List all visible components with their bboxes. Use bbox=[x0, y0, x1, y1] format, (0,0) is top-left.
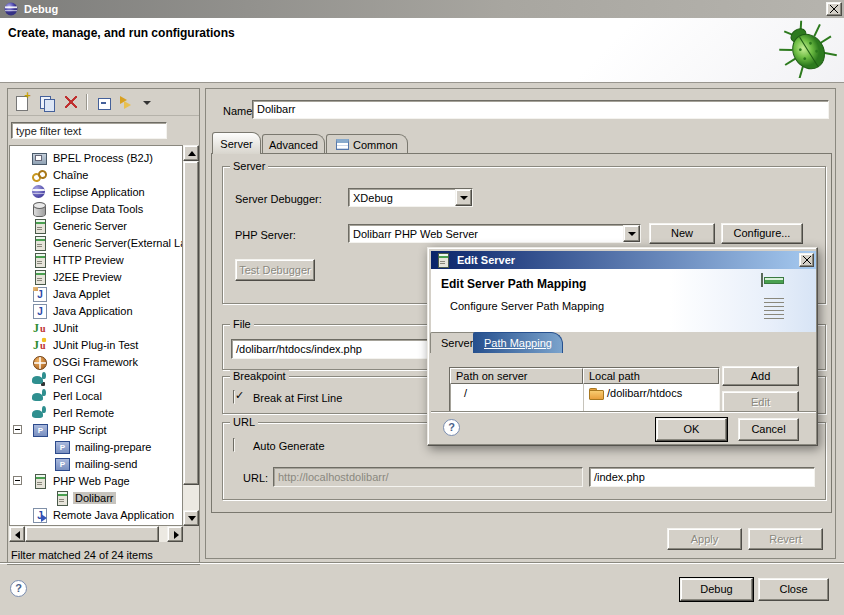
eclipse-logo-icon bbox=[4, 2, 18, 16]
name-input[interactable]: Dolibarr bbox=[252, 100, 829, 119]
debug-configurations-window: Debug Create, manage, and run configurat… bbox=[0, 0, 844, 615]
break-at-first-line-checkbox[interactable] bbox=[233, 390, 235, 404]
add-mapping-button[interactable]: Add bbox=[722, 366, 799, 386]
php-server-select[interactable]: Dolibarr PHP Web Server bbox=[348, 224, 641, 243]
osgi-icon bbox=[31, 354, 47, 370]
filter-input[interactable]: type filter text bbox=[11, 122, 167, 139]
tree-item[interactable]: mailing-send bbox=[10, 455, 182, 472]
url-label: URL: bbox=[243, 472, 268, 484]
new-launch-configuration-icon[interactable] bbox=[14, 94, 31, 111]
configurations-tree: BPEL Process (B2J) Chaîne Eclipse Applic… bbox=[9, 145, 199, 542]
tree-item[interactable]: Eclipse Data Tools bbox=[10, 200, 182, 217]
edit-server-dialog: Edit Server Edit Server Path Mapping Con… bbox=[427, 247, 818, 446]
column-header-path-on-server[interactable]: Path on server bbox=[450, 368, 583, 384]
tree-item[interactable]: Generic Server bbox=[10, 217, 182, 234]
duplicate-icon[interactable] bbox=[38, 94, 55, 111]
tree-item[interactable]: Chaîne bbox=[10, 166, 182, 183]
new-server-button[interactable]: New bbox=[649, 223, 715, 244]
path-on-server-cell: / bbox=[450, 387, 583, 399]
table-row[interactable]: / /dolibarr/htdocs bbox=[450, 384, 719, 401]
php-web-page-icon bbox=[53, 490, 69, 506]
apply-button[interactable]: Apply bbox=[667, 528, 742, 550]
delete-icon[interactable] bbox=[62, 94, 79, 111]
base-url-input[interactable]: http://localhostdolibarr/ bbox=[273, 467, 583, 487]
vertical-scrollbar-thumb[interactable] bbox=[183, 161, 199, 485]
php-web-page-icon bbox=[31, 473, 47, 489]
dialog-heading: Edit Server Path Mapping bbox=[441, 277, 586, 291]
breakpoint-group-title: Breakpoint bbox=[230, 370, 289, 382]
server-debugger-select[interactable]: XDebug bbox=[348, 188, 473, 207]
tree-item[interactable]: JUnit bbox=[10, 319, 182, 336]
dialog-titlebar[interactable]: Edit Server bbox=[431, 251, 816, 269]
collapse-all-icon[interactable] bbox=[95, 94, 112, 111]
filter-launch-configurations-icon[interactable] bbox=[119, 94, 136, 111]
chevron-down-icon[interactable] bbox=[623, 225, 640, 242]
edit-mapping-button[interactable]: Edit bbox=[722, 391, 799, 413]
tree-item[interactable]: Eclipse Application bbox=[10, 183, 182, 200]
toolbar-separator bbox=[86, 94, 88, 110]
tree-item[interactable]: J2EE Preview bbox=[10, 268, 182, 285]
tab-server[interactable]: Server bbox=[212, 132, 261, 154]
horizontal-scrollbar[interactable] bbox=[9, 526, 183, 542]
dialog-header: Edit Server Path Mapping Configure Serve… bbox=[431, 269, 816, 332]
cancel-button[interactable]: Cancel bbox=[738, 418, 799, 441]
tree-item-php-script[interactable]: PHP Script bbox=[10, 421, 182, 438]
tree-item[interactable]: Remote Java Application bbox=[10, 506, 182, 523]
ok-button[interactable]: OK bbox=[656, 418, 727, 441]
scroll-up-icon[interactable] bbox=[183, 145, 199, 161]
tree-item[interactable]: Java Application bbox=[10, 302, 182, 319]
tree-item[interactable]: BPEL Process (B2J) bbox=[10, 149, 182, 166]
tab-advanced[interactable]: Advanced bbox=[262, 134, 325, 154]
java-applet-icon bbox=[31, 286, 47, 302]
configure-server-button[interactable]: Configure... bbox=[721, 223, 803, 244]
tree-item[interactable]: Perl Remote bbox=[10, 404, 182, 421]
help-icon[interactable]: ? bbox=[10, 580, 27, 597]
column-divider bbox=[583, 384, 584, 414]
dialog-title: Edit Server bbox=[457, 254, 515, 266]
dialog-tab-path-mapping[interactable]: Path Mapping bbox=[473, 332, 563, 353]
url-path-input[interactable]: /index.php bbox=[589, 467, 815, 487]
collapse-expander-icon[interactable] bbox=[13, 425, 22, 434]
remote-java-icon bbox=[31, 507, 47, 523]
close-button[interactable]: Close bbox=[758, 578, 829, 601]
path-mapping-table[interactable]: Path on server Local path / /dolibarr/ht… bbox=[449, 367, 720, 413]
dialog-close-icon[interactable] bbox=[799, 253, 814, 267]
name-label: Name: bbox=[223, 105, 255, 117]
junit-icon bbox=[31, 320, 47, 336]
scroll-left-icon[interactable] bbox=[9, 526, 25, 542]
dialog-help-icon[interactable]: ? bbox=[443, 419, 460, 436]
tree-item-dolibarr[interactable]: Dolibarr bbox=[10, 489, 182, 506]
chevron-down-icon[interactable] bbox=[455, 189, 472, 206]
revert-button[interactable]: Revert bbox=[748, 528, 823, 550]
tree-item-php-web-page[interactable]: PHP Web Page bbox=[10, 472, 182, 489]
file-group-title: File bbox=[230, 318, 254, 330]
collapse-expander-icon[interactable] bbox=[13, 476, 22, 485]
horizontal-scrollbar-thumb[interactable] bbox=[25, 526, 159, 542]
tree-item[interactable]: mailing-prepare bbox=[10, 438, 182, 455]
tree-item[interactable]: HTTP Preview bbox=[10, 251, 182, 268]
tree-item[interactable]: Perl Local bbox=[10, 387, 182, 404]
menu-dropdown-icon[interactable] bbox=[143, 94, 152, 111]
server-icon bbox=[31, 252, 47, 268]
scroll-down-icon[interactable] bbox=[183, 510, 199, 526]
scroll-right-icon[interactable] bbox=[167, 526, 183, 542]
window-close-icon[interactable] bbox=[826, 2, 842, 16]
bug-icon bbox=[776, 20, 838, 78]
window-titlebar[interactable]: Debug bbox=[0, 0, 844, 18]
tree-item[interactable]: Generic Server(External La bbox=[10, 234, 182, 251]
tree-item[interactable]: Java Applet bbox=[10, 285, 182, 302]
debug-button[interactable]: Debug bbox=[680, 578, 753, 601]
vertical-scrollbar[interactable] bbox=[183, 145, 199, 526]
tree-item[interactable]: OSGi Framework bbox=[10, 353, 182, 370]
tree-item[interactable]: Perl CGI bbox=[10, 370, 182, 387]
auto-generate-checkbox[interactable] bbox=[233, 438, 235, 452]
column-header-local-path[interactable]: Local path bbox=[583, 368, 719, 384]
tree-viewport[interactable]: BPEL Process (B2J) Chaîne Eclipse Applic… bbox=[9, 145, 183, 526]
tree-item[interactable]: JUnit Plug-in Test bbox=[10, 336, 182, 353]
perl-icon bbox=[31, 388, 47, 404]
tab-common[interactable]: Common bbox=[326, 134, 408, 154]
junit-plugin-icon bbox=[31, 337, 47, 353]
server-icon bbox=[31, 269, 47, 285]
test-debugger-button[interactable]: Test Debugger bbox=[235, 259, 315, 281]
auto-generate-label: Auto Generate bbox=[253, 440, 325, 452]
